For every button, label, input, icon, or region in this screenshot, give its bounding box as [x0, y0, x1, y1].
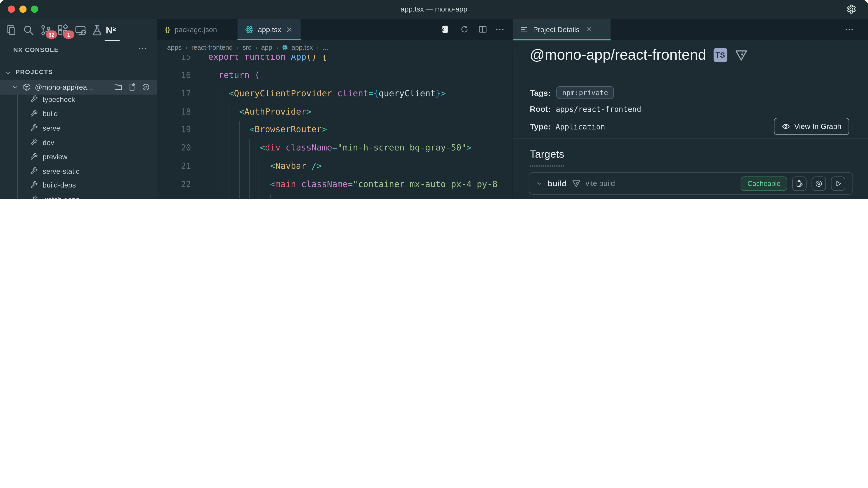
wrench-icon — [31, 167, 38, 175]
wrench-icon — [31, 110, 38, 118]
open-project-settings-icon[interactable] — [440, 25, 449, 34]
project-config-icon[interactable] — [128, 83, 136, 91]
title-bar: app.tsx — mono-app — [0, 0, 868, 19]
breadcrumb-item[interactable]: src — [243, 43, 251, 51]
wrench-icon — [31, 182, 38, 189]
chevron-down-icon — [536, 180, 542, 186]
extensions-badge: 1 — [63, 31, 74, 39]
code-view[interactable]: 15export function App() {16 return (17 <… — [157, 55, 504, 199]
section-divider — [513, 138, 868, 139]
explorer-icon[interactable] — [5, 24, 17, 36]
indent-guide — [260, 157, 260, 199]
sidebar-target-watch-deps[interactable]: watch-deps — [0, 193, 157, 199]
targets-heading: Targets — [530, 148, 564, 166]
wrench-icon — [31, 153, 38, 161]
breadcrumb-separator: › — [237, 44, 239, 51]
package-cube-icon — [23, 83, 31, 91]
refresh-icon[interactable] — [460, 25, 469, 34]
testing-icon[interactable] — [91, 24, 103, 36]
projects-section-header[interactable]: PROJECTS — [0, 65, 157, 80]
sidebar-target-preview[interactable]: preview — [0, 150, 157, 164]
vite-icon — [572, 179, 581, 188]
code-line-23: 23 <Routes> — [157, 194, 504, 199]
sidebar-target-typecheck[interactable]: typecheck — [0, 92, 157, 107]
code-line-19: 19 <BrowserRouter> — [157, 121, 504, 139]
breadcrumb[interactable]: apps›react-frontend›src›app›app.tsx›... — [157, 40, 513, 55]
sidebar-target-build-deps[interactable]: build-deps — [0, 178, 157, 193]
window-title: app.tsx — mono-app — [0, 0, 868, 19]
editor-area: {}package.jsonapp.tsx apps›react-fronten… — [157, 19, 513, 199]
wrench-icon — [31, 196, 38, 199]
cacheable-badge: Cacheable — [741, 176, 787, 191]
indent-guide — [249, 139, 250, 199]
run-target-icon[interactable] — [831, 176, 845, 191]
breadcrumb-item[interactable]: ... — [322, 43, 328, 51]
breadcrumb-item[interactable]: app.tsx — [282, 43, 313, 51]
search-icon[interactable] — [23, 24, 34, 36]
close-icon[interactable] — [586, 26, 592, 33]
tags-label: Tags: — [530, 88, 551, 97]
eye-icon — [781, 122, 790, 131]
type-value: Application — [556, 122, 605, 131]
nx-console-icon[interactable]: N≥ — [106, 24, 117, 36]
panel-more-icon[interactable] — [845, 25, 854, 34]
indent-guide — [218, 85, 219, 199]
tab-package-json[interactable]: {}package.json — [157, 19, 225, 40]
focus-target-icon[interactable] — [142, 83, 150, 91]
sidebar-target-dev[interactable]: dev — [0, 135, 157, 150]
type-label: Type: — [530, 122, 551, 131]
project-title: @mono-app/react-frontend — [530, 46, 706, 64]
breadcrumb-separator: › — [255, 44, 257, 51]
panel-content: @mono-app/react-frontend TS Tags: npm:pr… — [513, 40, 868, 199]
project-details-panel: Project Details @mono-app/react-frontend… — [513, 19, 868, 199]
json-braces-icon: {} — [165, 26, 170, 33]
tab-app-tsx[interactable]: app.tsx — [238, 19, 301, 40]
list-icon — [520, 25, 528, 33]
sidebar: 321N≥ NX CONSOLE PROJECTS @mono-app/rea.… — [0, 19, 157, 199]
target-row-build[interactable]: buildvite buildCacheable — [529, 172, 853, 195]
sidebar-title: NX CONSOLE — [13, 46, 59, 53]
panel-tab-bar: Project Details — [513, 19, 868, 40]
view-in-graph-icon[interactable] — [811, 176, 826, 191]
svg-text:N: N — [106, 25, 113, 35]
react-icon — [245, 25, 254, 33]
tab-project-details[interactable]: Project Details — [513, 19, 611, 40]
typescript-badge-icon: TS — [713, 48, 727, 62]
breadcrumb-separator: › — [185, 44, 187, 51]
more-actions-icon[interactable] — [495, 25, 504, 34]
svg-text:≥: ≥ — [113, 26, 116, 32]
tag-chip: npm:private — [556, 86, 614, 99]
breadcrumb-separator: › — [276, 44, 278, 51]
remote-explorer-icon[interactable] — [75, 24, 86, 36]
wrench-icon — [31, 125, 38, 132]
indent-guide — [239, 121, 239, 199]
chevron-down-icon — [11, 84, 19, 91]
chevron-down-icon — [4, 69, 12, 76]
indent-guide — [229, 103, 229, 199]
editor-tab-bar: {}package.jsonapp.tsx — [157, 19, 513, 40]
wrench-icon — [31, 96, 38, 103]
breadcrumb-item[interactable]: react-frontend — [191, 43, 233, 51]
code-line-15: 15export function App() { — [157, 55, 504, 66]
wrench-icon — [31, 139, 38, 147]
sidebar-target-serve-static[interactable]: serve-static — [0, 164, 157, 178]
code-line-18: 18 <AuthProvider> — [157, 103, 504, 121]
breadcrumb-item[interactable]: apps — [167, 43, 182, 51]
close-tab-icon[interactable] — [285, 26, 293, 33]
code-line-16: 16 return ( — [157, 66, 504, 85]
open-folder-icon[interactable] — [114, 83, 122, 91]
settings-gear-icon[interactable] — [846, 4, 857, 15]
project-label: @mono-app/rea... — [35, 83, 93, 91]
copy-task-icon[interactable] — [792, 176, 807, 191]
sidebar-more-icon[interactable] — [138, 44, 147, 53]
code-line-20: 20 <div className="min-h-screen bg-gray-… — [157, 139, 504, 157]
breadcrumb-item[interactable]: app — [261, 43, 272, 51]
sidebar-target-build[interactable]: build — [0, 107, 157, 121]
view-in-graph-button[interactable]: View In Graph — [774, 118, 849, 135]
sidebar-target-serve[interactable]: serve — [0, 121, 157, 135]
react-icon — [282, 44, 289, 51]
source-control-badge: 32 — [46, 31, 57, 39]
active-view-indicator — [105, 40, 120, 41]
split-editor-icon[interactable] — [478, 25, 487, 34]
indent-guide — [270, 194, 270, 199]
